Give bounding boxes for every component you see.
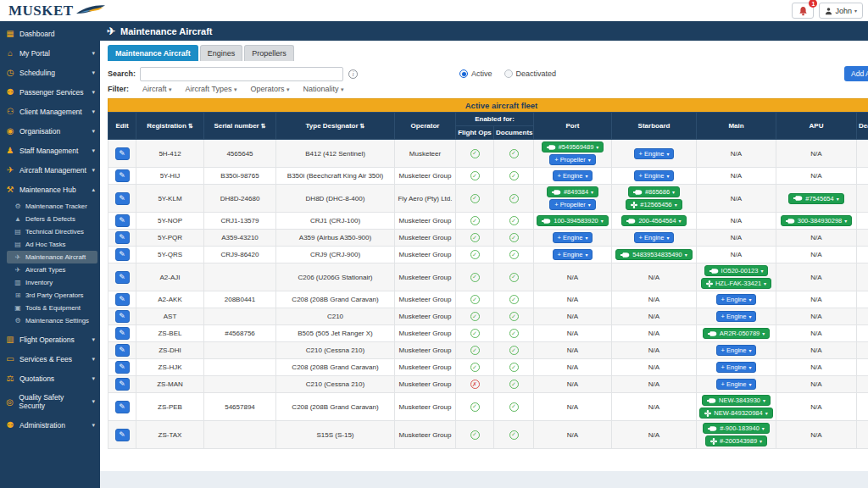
edit-button[interactable]: ✎ (115, 169, 130, 182)
filter-dropdown-operators[interactable]: Operators ▾ (250, 85, 289, 93)
engine-button[interactable]: #865686 ▾ (628, 186, 680, 197)
sidebar-subitem-tools-equipment[interactable]: ▣Tools & Equipment (0, 302, 100, 314)
add-engine-button[interactable]: + Engine ▾ (716, 379, 757, 390)
add-engine-button[interactable]: + Engine ▾ (716, 362, 757, 373)
filter-dropdown-aircraft[interactable]: Aircraft ▾ (142, 85, 172, 93)
sidebar-item-organisation[interactable]: ◉Organisation▾ (0, 121, 100, 141)
propeller-label: #-200343989 (720, 437, 757, 445)
tab-propellers[interactable]: Propellers (244, 45, 294, 61)
col-type[interactable]: Type Designator⇅ (276, 113, 395, 140)
filter-dropdown-aircraft-types[interactable]: Aircraft Types ▾ (186, 85, 237, 93)
sidebar-item-client-management[interactable]: ⚇Client Management▾ (0, 102, 100, 121)
search-input[interactable] (140, 67, 343, 81)
sidebar-item-scheduling[interactable]: ◷Scheduling▾ (0, 63, 100, 82)
edit-button[interactable]: ✎ (115, 361, 130, 374)
engine-button[interactable]: AR2R-050789 ▾ (703, 328, 771, 339)
sidebar-item-passenger-services[interactable]: ⚉Passenger Services▾ (0, 82, 100, 102)
engine-button[interactable]: 200-4564564 ▾ (621, 215, 686, 226)
engine-button[interactable]: #7545654 ▾ (788, 193, 843, 204)
sidebar-subitem-technical-directives[interactable]: ▤Technical Directives (0, 225, 100, 238)
engine-button[interactable]: 54839534835490 ▾ (615, 249, 692, 260)
add-engine-button[interactable]: + Engine ▾ (716, 345, 757, 356)
add-propeller-button[interactable]: + Propeller ▾ (549, 154, 596, 165)
add-propeller-button[interactable]: + Propeller ▾ (549, 199, 596, 210)
sidebar-subitem-maintenance-tracker[interactable]: ⚙Maintenance Tracker (0, 200, 100, 213)
add-engine-button[interactable]: + Engine ▾ (634, 148, 675, 159)
propeller-button[interactable]: HZL-FAK-33421 ▾ (701, 278, 771, 289)
filter-dropdown-nationality[interactable]: Nationality ▾ (303, 85, 343, 93)
sidebar-item-aircraft-management[interactable]: ✈Aircraft Management▾ (0, 160, 100, 180)
edit-button[interactable]: ✎ (115, 327, 130, 340)
propeller-button[interactable]: #12565456 ▾ (626, 199, 682, 210)
sidebar-item-label: Flight Operations (19, 336, 75, 344)
propeller-icon (710, 438, 717, 445)
add-engine-button[interactable]: + Engine ▾ (553, 249, 593, 260)
radio-active[interactable]: Active (459, 69, 492, 78)
sidebar-item-dashboard[interactable]: ▦Dashboard (0, 24, 100, 43)
flight-ops-cell: ✓ (456, 168, 494, 185)
add-engine-button[interactable]: + Engine ▾ (634, 232, 675, 243)
caret-down-icon: ▾ (666, 235, 669, 241)
engine-button[interactable]: #849384 ▾ (547, 186, 598, 197)
col-serial[interactable]: Serial number⇅ (204, 113, 276, 140)
user-menu-button[interactable]: John ▾ (819, 3, 863, 19)
engine-button[interactable]: 100-394583920 ▾ (537, 215, 609, 226)
engine-button[interactable]: #-900-183940 ▾ (703, 423, 770, 434)
engine-button[interactable]: 300-384930298 ▾ (781, 215, 853, 226)
edit-button[interactable]: ✎ (115, 248, 130, 261)
registration-cell: AST (136, 308, 204, 325)
propeller-button[interactable]: #-200343989 ▾ (705, 435, 767, 446)
sidebar-subitem-ad-hoc-tasks[interactable]: ▤Ad Hoc Tasks (0, 238, 100, 251)
sidebar-item-quality-safety-security[interactable]: ◎Quality Safety Security▾ (0, 388, 100, 415)
info-icon[interactable]: i (348, 69, 358, 79)
edit-button[interactable]: ✎ (115, 192, 130, 205)
sidebar-subitem-inventory[interactable]: ▥Inventory (0, 276, 100, 289)
engine-button[interactable]: IO520-00123 ▾ (704, 265, 769, 276)
edit-button[interactable]: ✎ (115, 293, 130, 306)
sidebar-subitem-3rd-party-operators[interactable]: ⊞3rd Party Operators (0, 289, 100, 302)
sidebar-subitem-aircraft-types[interactable]: ✈Aircraft Types (0, 263, 100, 276)
sidebar-item-staff-management[interactable]: ♟Staff Management▾ (0, 141, 100, 160)
edit-button[interactable]: ✎ (115, 214, 130, 227)
admin-icon: ⚉ (5, 420, 15, 430)
registration-cell: 5Y-KLM (136, 185, 204, 213)
sidebar-item-quotations[interactable]: ⚖Quotations▾ (0, 369, 100, 388)
clock-icon: ◷ (5, 68, 15, 77)
add-engine-button[interactable]: + Engine ▾ (553, 170, 593, 181)
caret-down-icon: ▾ (685, 252, 687, 258)
sidebar-item-administration[interactable]: ⚉Administration▾ (0, 415, 100, 435)
notifications-button[interactable]: 1 (792, 3, 814, 19)
type-designator-cell: B412 (412 Sentinel) (276, 140, 395, 168)
sidebar-item-my-portal[interactable]: ⌂My Portal▾ (0, 43, 100, 63)
edit-button[interactable]: ✎ (115, 344, 130, 357)
edit-button[interactable]: ✎ (115, 231, 130, 244)
add-engine-button[interactable]: + Engine ▾ (553, 232, 593, 243)
edit-button[interactable]: ✎ (115, 147, 130, 160)
edit-button[interactable]: ✎ (115, 378, 130, 391)
col-registration[interactable]: Registration⇅ (136, 113, 204, 140)
add-engine-button[interactable]: + Engine ▾ (716, 311, 757, 322)
sidebar-subitem-maintenance-aircraft[interactable]: ✈Maintenance Aircraft (7, 251, 97, 263)
add-aircraft-button[interactable]: Add Aircraft (844, 66, 868, 81)
caret-down-icon: ▾ (679, 218, 682, 224)
sidebar-item-flight-operations[interactable]: ▥Flight Operations▾ (0, 330, 100, 349)
sidebar-subitem-maintenance-settings[interactable]: ⚙Maintenance Settings (0, 314, 100, 327)
add-engine-button[interactable]: + Engine ▾ (634, 170, 675, 181)
edit-button[interactable]: ✎ (115, 271, 130, 284)
sidebar-item-services-fees[interactable]: ▭Services & Fees▾ (0, 349, 100, 369)
engine-button[interactable]: NEW-3843930 ▾ (702, 395, 771, 406)
propeller-button[interactable]: NEW-849320984 ▾ (699, 408, 772, 419)
deactivate-cell (857, 185, 868, 213)
sidebar-item-label: Maintenance Hub (19, 186, 76, 194)
edit-button[interactable]: ✎ (115, 401, 130, 413)
engine-button[interactable]: #549569489 ▾ (542, 141, 604, 152)
sidebar-item-maintenance-hub[interactable]: ⚒Maintenance Hub▴ (0, 180, 100, 199)
tab-maintenance-aircraft[interactable]: Maintenance Aircraft (108, 45, 198, 61)
edit-button[interactable]: ✎ (115, 429, 130, 441)
sidebar-subitem-defers-defects[interactable]: ▲Defers & Defects (0, 213, 100, 225)
tab-engines[interactable]: Engines (200, 45, 243, 61)
documents-cell: ✓ (494, 421, 534, 449)
edit-button[interactable]: ✎ (115, 310, 130, 323)
radio-deactivated[interactable]: Deactivated (504, 69, 557, 78)
add-engine-button[interactable]: + Engine ▾ (716, 294, 757, 305)
